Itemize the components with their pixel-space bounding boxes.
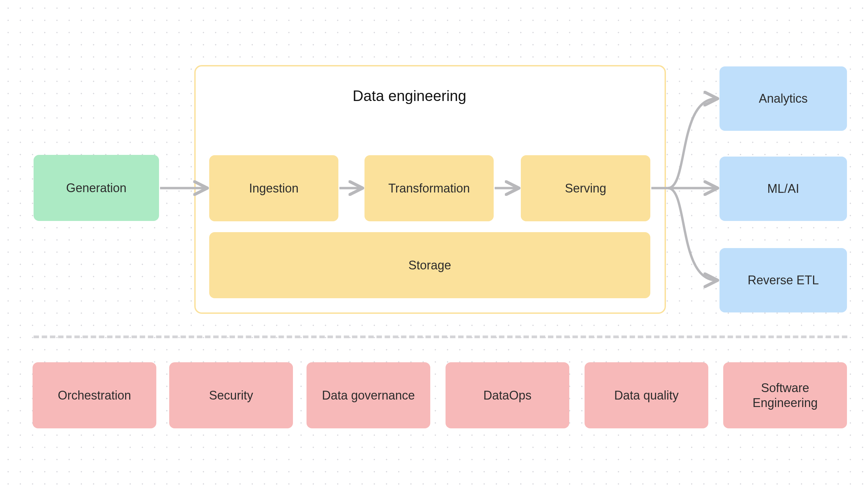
analytics-box: Analytics [719, 66, 847, 131]
generation-box: Generation [34, 155, 159, 221]
arrow-serv-retl [668, 188, 716, 280]
transformation-box: Transformation [364, 155, 494, 221]
orchestration-box: Orchestration [33, 362, 156, 428]
data-engineering-title: Data engineering [353, 87, 466, 104]
arrow-serv-analytics [668, 99, 716, 188]
security-box: Security [169, 362, 293, 428]
diagram-canvas: Data engineering Generation Ingestion Tr… [0, 0, 868, 488]
serving-box: Serving [521, 155, 650, 221]
ingestion-box: Ingestion [209, 155, 338, 221]
dataops-box: DataOps [446, 362, 569, 428]
reverse-etl-box: Reverse ETL [719, 248, 847, 312]
divider [34, 336, 847, 338]
mlai-box: ML/AI [719, 157, 847, 221]
storage-box: Storage [209, 232, 650, 298]
data-quality-box: Data quality [585, 362, 708, 428]
software-engineering-box: Software Engineering [723, 362, 847, 428]
data-governance-box: Data governance [307, 362, 430, 428]
